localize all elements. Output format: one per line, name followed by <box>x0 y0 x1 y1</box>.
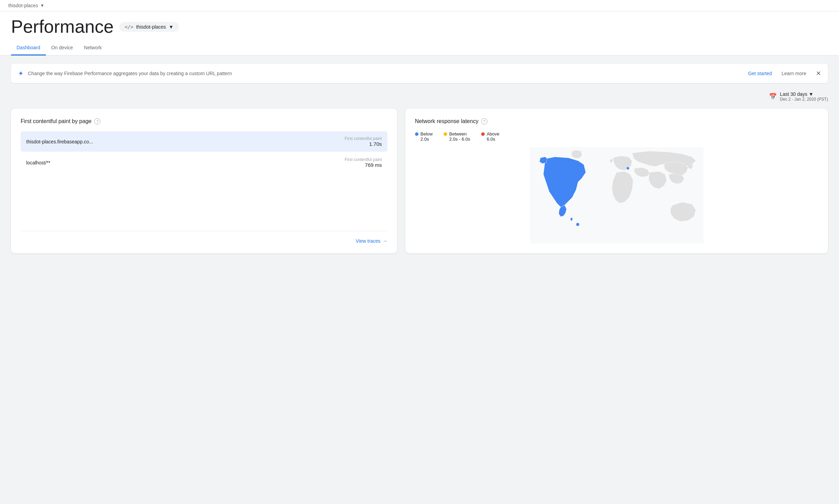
trace-metric: First contentful paint 1.70s <box>345 136 382 147</box>
world-map <box>415 147 818 244</box>
legend-item-above: Above 6.0s <box>481 131 499 142</box>
app-badge-chevron-icon: ▼ <box>169 24 173 30</box>
top-bar: thisdot-places ▼ <box>0 0 839 11</box>
page-header: Performance </> thisdot-places ▼ Dashboa… <box>0 11 839 56</box>
arrow-right-icon: → <box>383 238 387 244</box>
fcp-card: First contentful paint by page ? thisdot… <box>11 109 397 253</box>
banner-text: Change the way Firebase Performance aggr… <box>28 71 744 76</box>
view-traces-link[interactable]: View traces → <box>356 238 387 244</box>
view-traces-label: View traces <box>356 238 381 244</box>
close-icon[interactable]: ✕ <box>816 70 821 77</box>
legend-dot-red <box>481 132 485 136</box>
legend-text-above: Above 6.0s <box>487 131 499 142</box>
sparkle-icon: ✦ <box>18 69 24 78</box>
tab-dashboard[interactable]: Dashboard <box>11 41 46 56</box>
legend-dot-orange <box>444 132 447 136</box>
tab-on-device[interactable]: On device <box>46 41 79 56</box>
card-footer: View traces → <box>21 231 387 244</box>
chevron-down-icon: ▼ <box>40 3 44 8</box>
trace-list: thisdot-places.firebaseapp.co... First c… <box>21 131 387 173</box>
legend-item-between: Between 2.0s - 6.0s <box>444 131 470 142</box>
legend-text-between: Between 2.0s - 6.0s <box>449 131 470 142</box>
date-range-text: Last 30 days ▼ Dec 2 - Jan 2, 2020 (PST) <box>780 91 828 102</box>
trace-item[interactable]: thisdot-places.firebaseapp.co... First c… <box>21 131 387 152</box>
network-card: Network response latency ? Below 2.0s Be… <box>405 109 828 253</box>
app-badge-button[interactable]: </> thisdot-places ▼ <box>119 22 179 32</box>
project-name: thisdot-places <box>8 3 38 8</box>
get-started-link[interactable]: Get started <box>748 71 772 76</box>
legend-dot-blue <box>415 132 418 136</box>
cards-row: First contentful paint by page ? thisdot… <box>11 109 828 253</box>
trace-item[interactable]: localhost/** First contentful paint 769 … <box>21 152 387 173</box>
trace-metric: First contentful paint 769 ms <box>345 157 382 168</box>
date-range-sub: Dec 2 - Jan 2, 2020 (PST) <box>780 97 828 102</box>
legend-item-below: Below 2.0s <box>415 131 433 142</box>
legend-text-below: Below 2.0s <box>421 131 433 142</box>
date-range-chevron-icon: ▼ <box>809 91 813 97</box>
main-content: ✦ Change the way Firebase Performance ag… <box>0 56 839 262</box>
info-banner: ✦ Change the way Firebase Performance ag… <box>11 64 828 83</box>
fcp-help-icon[interactable]: ? <box>94 118 100 124</box>
tab-network[interactable]: Network <box>79 41 107 56</box>
learn-more-link[interactable]: Learn more <box>781 71 806 76</box>
svg-point-1 <box>576 223 579 226</box>
code-icon: </> <box>125 24 133 30</box>
app-badge-name: thisdot-places <box>136 24 166 30</box>
network-help-icon[interactable]: ? <box>481 118 487 124</box>
date-range-label: Last 30 days ▼ <box>780 91 828 97</box>
page-title: Performance <box>11 17 114 37</box>
nav-tabs: Dashboard On device Network <box>11 41 828 55</box>
map-legend: Below 2.0s Between 2.0s - 6.0s Above 6 <box>415 131 818 142</box>
network-card-title: Network response latency <box>415 118 478 124</box>
trace-name: thisdot-places.firebaseapp.co... <box>26 139 93 144</box>
trace-name: localhost/** <box>26 160 50 165</box>
date-range-row: 📅 Last 30 days ▼ Dec 2 - Jan 2, 2020 (PS… <box>11 91 828 102</box>
project-selector[interactable]: thisdot-places ▼ <box>8 3 44 8</box>
fcp-card-title: First contentful paint by page <box>21 118 91 124</box>
calendar-icon: 📅 <box>769 93 777 100</box>
date-range-selector[interactable]: 📅 Last 30 days ▼ Dec 2 - Jan 2, 2020 (PS… <box>769 91 828 102</box>
